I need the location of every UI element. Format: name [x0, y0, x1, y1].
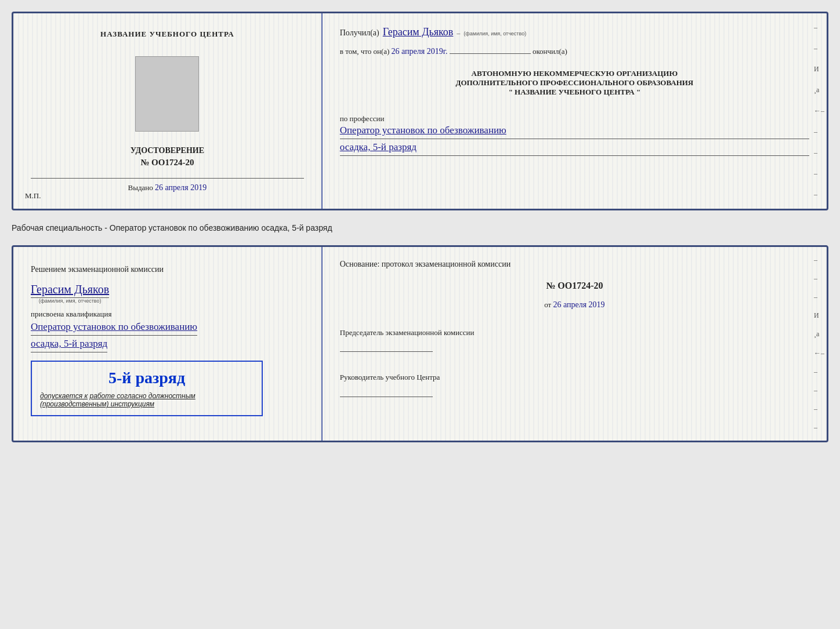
issued-label: Выдано [128, 183, 153, 192]
top-right-panel: Получил(а) Герасим Дьяков – (фамилия, им… [323, 13, 827, 209]
stamp-sub-text2: (производственным) инструкциям [40, 400, 154, 408]
recipient-line: Получил(а) Герасим Дьяков – (фамилия, им… [340, 26, 809, 38]
chairman-section: Председатель экзаменационной комиссии [340, 326, 809, 354]
org-line1: АВТОНОМНУЮ НЕКОММЕРЧЕСКУЮ ОРГАНИЗАЦИЮ [340, 69, 809, 78]
profession-section: по профессии Оператор установок по обезв… [340, 110, 809, 156]
number-prefix: № [546, 281, 555, 290]
stamp-rank: 5-й разряд [40, 369, 254, 387]
bottom-document-card: Решением экзаменационной комиссии Гераси… [12, 245, 828, 442]
director-signature-line [340, 387, 433, 397]
confirm-suffix: окончил(а) [533, 47, 567, 56]
qualification-value1: Оператор установок по обезвоживанию [31, 321, 197, 336]
confirm-date: 26 апреля 2019г. [392, 47, 448, 56]
а-mark2: ¸а [814, 330, 824, 339]
top-left-panel: НАЗВАНИЕ УЧЕБНОГО ЦЕНТРА УДОСТОВЕРЕНИЕ №… [13, 13, 323, 209]
org-line2: ДОПОЛНИТЕЛЬНОГО ПРОФЕССИОНАЛЬНОГО ОБРАЗО… [340, 78, 809, 88]
а-mark: ¸а [814, 86, 824, 94]
stamp-sub-text: работе согласно должностным [89, 392, 195, 400]
stamp-box: 5-й разряд допускается к работе согласно… [31, 361, 263, 416]
doc-number: № OO1724-20 [140, 158, 194, 168]
basis-number: № OO1724-20 [340, 281, 809, 291]
chairman-signature-line [340, 341, 433, 352]
date-prefix: от [544, 300, 551, 309]
director-label: Руководитель учебного Центра [340, 370, 809, 384]
recipient2-sublabel: (фамилия, имя, отчество) [31, 298, 109, 304]
commission-title: Решением экзаменационной комиссии [31, 263, 164, 276]
director-section: Руководитель учебного Центра [340, 370, 809, 399]
recipient-prefix: Получил(а) [340, 28, 379, 38]
recipient-name: Герасим Дьяков [383, 26, 454, 38]
date-value: 26 апреля 2019 [553, 300, 604, 309]
number-value: OO1724-20 [557, 281, 603, 290]
side-dashes-2: – – – И ¸а ←– – – – – [812, 247, 827, 441]
basis-date: от 26 апреля 2019 [340, 300, 809, 310]
org-line3: " НАЗВАНИЕ УЧЕБНОГО ЦЕНТРА " [340, 88, 809, 97]
top-org-name: НАЗВАНИЕ УЧЕБНОГО ЦЕНТРА [100, 30, 234, 39]
И-mark: И [814, 65, 824, 74]
issued-line: Выдано 26 апреля 2019 [31, 178, 304, 192]
И-mark2: И [814, 311, 824, 320]
profession-value: Оператор установок по обезвоживанию [340, 125, 809, 139]
confirm-prefix: в том, что он(а) [340, 47, 390, 56]
bottom-right-panel: Основание: протокол экзаменационной коми… [323, 247, 827, 441]
org-info: АВТОНОМНУЮ НЕКОММЕРЧЕСКУЮ ОРГАНИЗАЦИЮ ДО… [340, 69, 809, 97]
page-container: НАЗВАНИЕ УЧЕБНОГО ЦЕНТРА УДОСТОВЕРЕНИЕ №… [12, 12, 828, 442]
issued-date: 26 апреля 2019 [155, 183, 207, 192]
stamp-sub-prefix: допускается к [40, 392, 88, 400]
bottom-left-panel: Решением экзаменационной комиссии Гераси… [13, 247, 323, 441]
description-text: Рабочая специальность - Оператор установ… [12, 221, 828, 235]
rank-value: осадка, 5-й разряд [340, 141, 809, 156]
top-document-card: НАЗВАНИЕ УЧЕБНОГО ЦЕНТРА УДОСТОВЕРЕНИЕ №… [12, 12, 828, 210]
qualification-value2: осадка, 5-й разряд [31, 338, 107, 352]
confirm-line: в том, что он(а) 26 апреля 2019г. окончи… [340, 45, 809, 57]
basis-title: Основание: протокол экзаменационной коми… [340, 260, 809, 269]
stamp-sub: допускается к работе согласно должностны… [40, 392, 254, 408]
recipient2-section: Герасим Дьяков (фамилия, имя, отчество) [31, 283, 109, 304]
photo-placeholder [135, 56, 199, 132]
side-dashes: – – И ¸а ←– – – – – [812, 13, 827, 209]
qualification-label: присвоена квалификация [31, 310, 111, 319]
recipient-sublabel: (фамилия, имя, отчество) [464, 31, 526, 37]
doc-title: УДОСТОВЕРЕНИЕ [131, 146, 204, 155]
recipient2-name: Герасим Дьяков [31, 283, 109, 296]
chairman-label: Председатель экзаменационной комиссии [340, 326, 809, 339]
mp-label: М.П. [25, 191, 41, 201]
profession-label: по профессии [340, 114, 809, 123]
